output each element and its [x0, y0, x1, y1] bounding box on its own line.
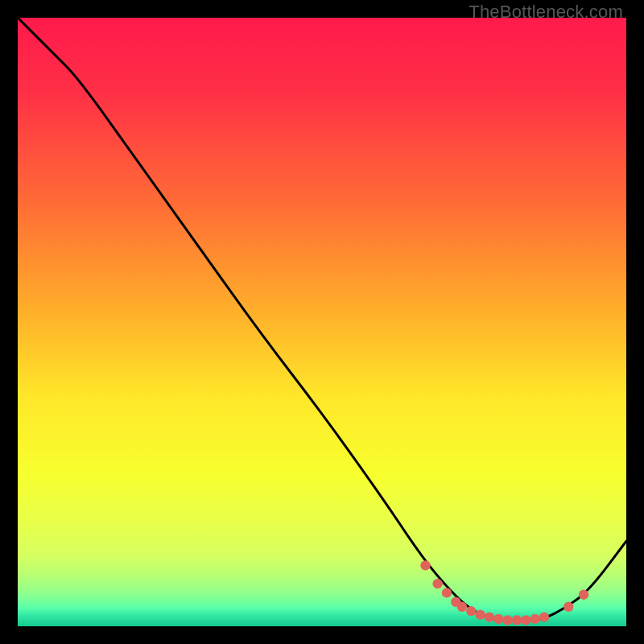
- marker-dot: [530, 614, 539, 624]
- bottleneck-chart: [18, 18, 626, 626]
- marker-dot: [420, 560, 430, 570]
- marker-dot: [432, 579, 442, 588]
- marker-dot: [539, 612, 549, 621]
- marker-dot: [466, 606, 476, 616]
- marker-dot: [564, 602, 573, 612]
- marker-dot: [521, 615, 530, 625]
- marker-dot: [512, 615, 522, 625]
- marker-dot: [442, 588, 452, 597]
- marker-dot: [457, 602, 467, 612]
- marker-dot: [502, 615, 512, 625]
- marker-dot: [485, 612, 494, 621]
- gradient-background: [18, 18, 626, 626]
- marker-dot: [493, 614, 503, 624]
- marker-dot: [579, 589, 588, 599]
- marker-dot: [475, 609, 485, 619]
- plot-frame: [18, 18, 626, 626]
- watermark-text: TheBottleneck.com: [469, 2, 623, 23]
